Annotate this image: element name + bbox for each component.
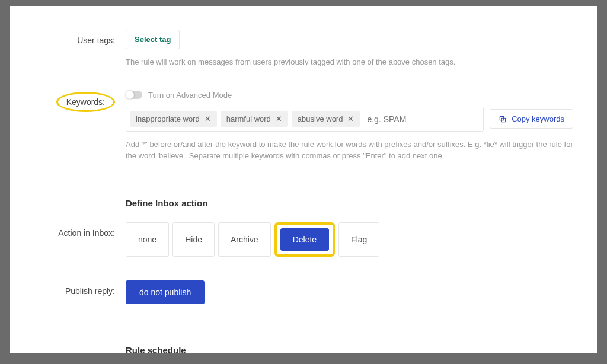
select-tag-button[interactable]: Select tag bbox=[126, 30, 180, 49]
copy-icon bbox=[499, 115, 507, 123]
copy-keywords-button[interactable]: Copy keywords bbox=[490, 109, 573, 129]
publish-reply-button[interactable]: do not publish bbox=[126, 280, 205, 304]
keyword-chip: abusive word ✕ bbox=[292, 111, 360, 127]
keyword-chip: harmful word ✕ bbox=[221, 111, 288, 127]
publish-reply-label: Publish reply: bbox=[10, 280, 126, 296]
advanced-mode-toggle[interactable] bbox=[126, 91, 142, 99]
keyword-chip: inappropriate word ✕ bbox=[130, 111, 217, 127]
remove-chip-icon[interactable]: ✕ bbox=[205, 114, 211, 123]
keyword-text-input[interactable] bbox=[363, 111, 480, 127]
inbox-action-flag[interactable]: Flag bbox=[338, 222, 379, 257]
inbox-action-none[interactable]: none bbox=[126, 222, 169, 257]
advanced-mode-toggle-label: Turn on Advanced Mode bbox=[148, 91, 232, 100]
keyword-chip-label: inappropriate word bbox=[136, 114, 200, 123]
user-tags-helper: The rule will work on messages from user… bbox=[126, 56, 573, 68]
inbox-action-archive[interactable]: Archive bbox=[218, 222, 271, 257]
remove-chip-icon[interactable]: ✕ bbox=[276, 114, 282, 123]
inbox-action-delete[interactable]: Delete bbox=[280, 228, 329, 251]
inbox-action-hide[interactable]: Hide bbox=[172, 222, 215, 257]
user-tags-label: User tags: bbox=[10, 30, 126, 45]
remove-chip-icon[interactable]: ✕ bbox=[347, 114, 354, 123]
action-in-inbox-label: Action in Inbox: bbox=[10, 222, 126, 238]
highlighted-delete: Delete bbox=[274, 222, 335, 257]
keyword-chip-label: harmful word bbox=[226, 114, 271, 123]
keyword-chip-label: abusive word bbox=[298, 114, 343, 123]
copy-keywords-label: Copy keywords bbox=[512, 114, 564, 123]
rule-schedule-title: Rule schedule bbox=[126, 327, 573, 354]
keywords-label: Keywords: bbox=[56, 92, 115, 112]
inbox-action-title: Define Inbox action bbox=[126, 180, 573, 216]
keywords-helper: Add '*' before or/and after the keyword … bbox=[126, 139, 573, 162]
keywords-chip-input[interactable]: inappropriate word ✕ harmful word ✕ abus… bbox=[126, 107, 484, 132]
rule-settings-modal: User tags: Select tag The rule will work… bbox=[10, 6, 597, 353]
inbox-action-group: none Hide Archive Delete Flag bbox=[126, 222, 379, 257]
